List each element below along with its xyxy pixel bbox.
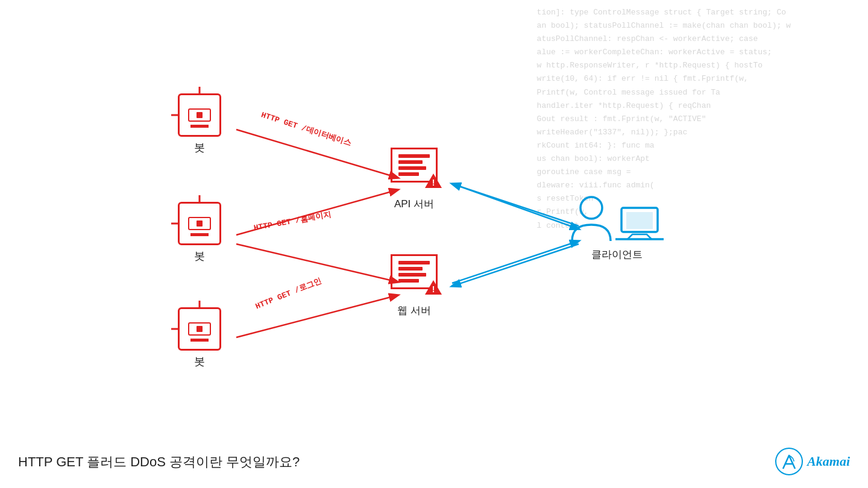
svg-point-4 <box>580 197 602 219</box>
api-server-line-3 <box>398 166 426 170</box>
bot-bot-dot <box>197 326 203 332</box>
api-server-icon: ! <box>391 148 438 183</box>
bot-mid-label: 봇 <box>194 249 205 263</box>
svg-rect-6 <box>626 212 653 229</box>
bottom-title: HTTP GET 플러드 DDoS 공격이란 무엇일까요? <box>18 453 300 471</box>
laptop-icon <box>615 203 664 244</box>
svg-point-8 <box>776 448 802 475</box>
arrow-label-3: HTTP GET /로그인 <box>254 275 323 312</box>
web-server: ! 웹 서버 <box>391 254 438 318</box>
bot-bot-label: 봇 <box>194 354 205 369</box>
client: 클라이언트 <box>570 196 664 261</box>
api-server-label: API 서버 <box>394 197 434 211</box>
arrow-label-2: HTTP GET /홈페이지 <box>253 209 332 233</box>
bot-top-face <box>178 93 221 137</box>
person-icon <box>570 196 613 244</box>
client-label: 클라이언트 <box>591 248 643 261</box>
bot-bot-face <box>178 307 221 351</box>
web-server-warning: ! <box>424 279 443 298</box>
bot-mid-dot <box>197 221 203 227</box>
api-server-warning: ! <box>424 172 443 192</box>
bot-top-eyes <box>188 108 211 122</box>
client-icons <box>570 196 664 244</box>
bot-bot-antenna <box>199 301 201 308</box>
arrow-label-1: HTTP GET /데이터베이스 <box>260 109 353 148</box>
akamai-logo-icon <box>775 447 804 476</box>
api-server-line-4 <box>398 172 419 176</box>
arrow-web-to-client <box>452 241 579 283</box>
bot-bot-mouth <box>190 339 209 342</box>
web-server-line-3 <box>398 273 426 277</box>
web-server-line-2 <box>398 267 423 271</box>
web-server-line-1 <box>398 261 430 264</box>
bot-mid-antenna <box>199 195 201 202</box>
arrow-api-to-client <box>452 184 579 229</box>
svg-text:!: ! <box>432 284 435 294</box>
bot-top: 봇 <box>178 93 221 155</box>
arrow-client-to-api <box>452 184 579 226</box>
akamai-text: Akamai <box>807 454 850 469</box>
akamai-logo: Akamai <box>775 447 850 476</box>
bot-bot: 봇 <box>178 307 221 369</box>
api-server-line-1 <box>398 154 430 158</box>
bot-top-dot <box>197 112 203 118</box>
api-server-line-2 <box>398 160 423 164</box>
arrow-client-to-web <box>452 244 579 286</box>
bot-top-antenna <box>199 87 201 94</box>
bot-mid-eyes <box>188 217 211 230</box>
web-server-line-4 <box>398 279 419 283</box>
arrows-svg <box>0 0 663 434</box>
web-server-label: 웹 서버 <box>397 304 431 318</box>
bot-mid: 봇 <box>178 202 221 263</box>
bot-top-mouth <box>190 125 209 128</box>
web-server-icon: ! <box>391 254 438 289</box>
svg-text:!: ! <box>432 178 435 187</box>
api-server: ! API 서버 <box>391 148 438 211</box>
bot-top-label: 봇 <box>194 140 205 155</box>
bot-mid-face <box>178 202 221 245</box>
bot-bot-eyes <box>188 322 211 336</box>
bot-mid-mouth <box>190 233 209 236</box>
